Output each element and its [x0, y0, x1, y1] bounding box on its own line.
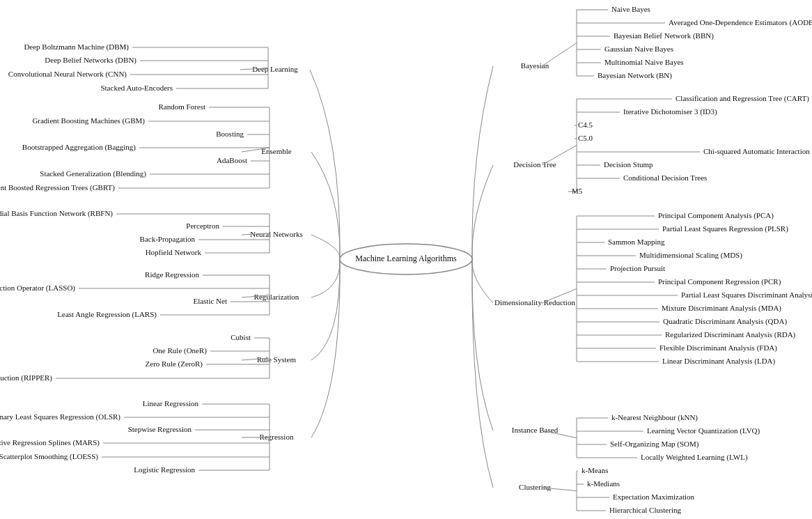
leaf-label: Locally Estimated Scatterplot Smoothing …	[0, 452, 98, 461]
leaf-label: Least Absolute Shrinkage and Selection O…	[0, 284, 75, 293]
leaf-label: Zero Rule (ZeroR)	[146, 359, 203, 369]
leaf-label: Iterative Dichotomiser 3 (ID3)	[623, 107, 717, 116]
leaf-label: k-Nearest Neighbour (kNN)	[611, 413, 698, 422]
leaf-label: Principal Component Regression (PCR)	[658, 277, 781, 286]
leaf-label: Decision Stump	[604, 160, 653, 169]
leaf-label: Chi-squared Automatic Interaction Detect…	[703, 147, 812, 156]
leaf-label: One Rule (OneR)	[153, 346, 207, 355]
connector-path	[310, 70, 340, 259]
leaf-label: Ordinary Least Squares Regression (OLSR)	[0, 412, 120, 421]
leaf-label: C5.0	[578, 134, 593, 142]
leaf-label: Sammon Mapping	[608, 238, 665, 246]
leaf-label: Locally Weighted Learning (LWL)	[641, 453, 748, 462]
category-label: Clustering	[519, 483, 551, 491]
leaf-label: Stacked Auto-Encoders	[100, 84, 173, 92]
leaf-label: Linear Regression	[143, 399, 199, 408]
connector-path	[311, 235, 340, 259]
leaf-label: Principal Component Analysis (PCA)	[658, 211, 774, 220]
category-label: Decision Tree	[513, 160, 556, 169]
leaf-label: Gaussian Naive Bayes	[604, 45, 673, 53]
leaf-label: Partial Least Squares Discriminant Analy…	[681, 291, 812, 299]
leaf-label: Ridge Regression	[145, 270, 199, 279]
category-label: Regularization	[254, 293, 299, 301]
leaf-label: Linear Discriminant Analysis (LDA)	[662, 357, 776, 366]
leaf-label: Hopfield Network	[146, 248, 202, 256]
leaf-label: M5	[572, 187, 583, 195]
leaf-label: Multidimensional Scaling (MDS)	[639, 251, 742, 260]
connector-path	[311, 259, 340, 437]
connector-line	[542, 43, 577, 67]
leaf-label: Regularized Discriminant Analysis (RDA)	[665, 330, 796, 339]
leaf-label: Bootstrapped Aggregation (Bagging)	[22, 143, 136, 152]
connector-path	[472, 165, 493, 259]
category-label: Rule System	[257, 355, 296, 364]
connector-path	[311, 259, 340, 297]
leaf-label: Partial Least Squares Regression (PLSR)	[662, 224, 788, 233]
connector-line	[242, 437, 270, 438]
leaf-label: Back-Propagation	[140, 235, 196, 243]
leaf-label: Boosting	[216, 130, 244, 138]
leaf-label: Perceptron	[186, 222, 219, 230]
leaf-label: Hierarchical Clustering	[609, 506, 681, 514]
leaf-label: Elastic Net	[193, 297, 227, 305]
leaf-label: Logistic Regression	[134, 465, 195, 474]
connector-line	[542, 146, 577, 166]
leaf-label: Bayesian Network (BN)	[598, 71, 672, 80]
leaf-label: Averaged One-Dependence Estimators (AODE…	[669, 18, 812, 27]
leaf-label: Radial Basis Function Network (RBFN)	[0, 209, 113, 218]
leaf-label: Multinomial Naive Bayes	[604, 58, 684, 66]
leaf-label: Gradient Boosted Regression Trees (GBRT)	[0, 183, 115, 192]
leaf-label: Convolutional Neural Network (CNN)	[8, 70, 127, 79]
leaf-label: k-Means	[581, 466, 609, 474]
connector-path	[472, 66, 493, 259]
leaf-label: Expectation Maximization	[613, 493, 694, 501]
leaf-label: Deep Boltzmann Machine (DBM)	[24, 42, 129, 52]
leaf-label: AdaBoost	[217, 156, 247, 164]
leaf-label: Multivariate Adaptive Regression Splines…	[0, 438, 100, 447]
leaf-label: Repeated Incremental Pruning to Produce …	[0, 373, 52, 382]
leaf-label: Projection Pursuit	[610, 264, 665, 272]
leaf-label: Gradient Boosting Machines (GBM)	[32, 116, 145, 125]
leaf-label: Cubist	[231, 333, 251, 341]
category-label: Bayesian	[521, 61, 549, 70]
connector-path	[472, 259, 493, 431]
center-label: Machine Learning Algorithms	[355, 254, 457, 263]
mindmap-diagram: Deep LearningDeep Boltzmann Machine (DBM…	[0, 0, 812, 519]
leaf-label: Conditional Decision Trees	[623, 173, 707, 182]
category-label: Regression	[260, 433, 294, 441]
leaf-label: Naive Bayes	[611, 5, 650, 13]
leaf-label: Classification and Regression Tree (CART…	[676, 94, 809, 103]
leaf-label: Self-Organizing Map (SOM)	[610, 440, 699, 449]
leaf-label: Flexible Discriminant Analysis (FDA)	[659, 343, 777, 353]
leaf-label: Stacked Generalization (Blending)	[40, 169, 146, 178]
connector-path	[311, 259, 340, 360]
connector-path	[472, 259, 493, 303]
connector-line	[542, 431, 577, 438]
leaf-label: Quadratic Discriminant Analysis (QDA)	[663, 317, 787, 326]
leaf-label: Bayesian Belief Network (BBN)	[614, 31, 714, 40]
leaf-label: Least Angle Regression (LARS)	[57, 310, 157, 319]
leaf-label: k-Medians	[587, 479, 620, 488]
leaf-label: C4.5	[578, 121, 593, 129]
leaf-label: Deep Belief Networks (DBN)	[45, 56, 136, 65]
leaf-label: Learning Vector Quantization (LVQ)	[647, 426, 760, 435]
category-label: Dimensionality Reduction	[494, 298, 575, 307]
leaf-label: Mixture Discriminant Analysis (MDA)	[662, 304, 781, 313]
leaf-label: Random Forest	[158, 102, 205, 111]
leaf-label: Stepwise Regression	[128, 425, 192, 433]
connector-path	[472, 259, 493, 488]
